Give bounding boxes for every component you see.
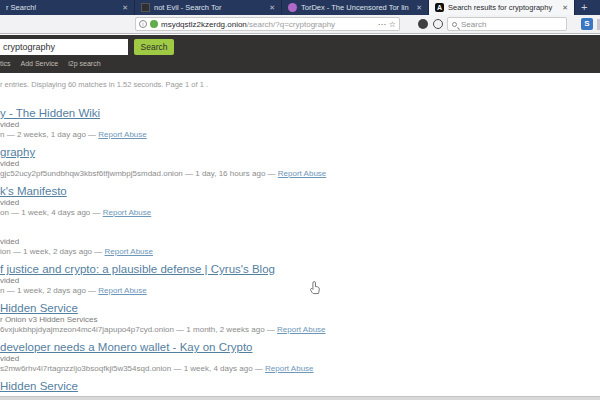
tab-bar: r Search! ✕ not Evil - Search Tor ✕ TorD… [0, 0, 600, 15]
search-results: r entries. Displaying 60 matches in 1.52… [0, 80, 600, 398]
results-stats: r entries. Displaying 60 matches in 1.52… [0, 80, 600, 90]
search-result: vided ion — 1 week, 2 days ago — Report … [0, 223, 600, 257]
result-title-link[interactable]: y - The Hidden Wiki [0, 106, 600, 120]
result-title-link[interactable]: developer needs a Monero wallet - Kay on… [0, 340, 600, 354]
result-url-line: s2mw6rhv4i7rtagnzzljo3bsoqfkji5w354sqd.o… [0, 364, 600, 374]
ahmia-header: Search ticsAdd Servicei2p search [0, 35, 600, 73]
result-description: vided [0, 237, 600, 247]
site-info-icon[interactable]: i [139, 20, 147, 28]
result-description: vided [0, 198, 600, 208]
result-url-line: gjc52ucy2pf5undbhqw3kbsf6tfjwmbpj5smdad.… [0, 169, 600, 179]
url-domain: msydqstlz2kzerdg.onion [161, 20, 247, 29]
search-result: Hidden Service r Onion v3 Hidden Service… [0, 301, 600, 335]
tab-close-icon[interactable]: ✕ [269, 4, 275, 12]
browser-tab[interactable]: not Evil - Search Tor ✕ [135, 0, 282, 15]
search-result: graphy vided gjc52ucy2pf5undbhqw3kbsf6tf… [0, 145, 600, 179]
new-tab-button[interactable]: + [575, 0, 593, 15]
noscript-extension-icon[interactable]: S [581, 18, 593, 30]
url-path: /search/?q=cryptography [247, 20, 335, 29]
result-url-line: n — 2 weeks, 1 day ago — Report Abuse [0, 130, 600, 140]
search-result: developer needs a Monero wallet - Kay on… [0, 340, 600, 374]
result-title-link[interactable]: k's Manifesto [0, 184, 600, 198]
url-text: msydqstlz2kzerdg.onion/search/?q=cryptog… [161, 20, 375, 29]
header-nav-link[interactable]: tics [0, 60, 11, 67]
report-abuse-link[interactable]: Report Abuse [277, 325, 325, 334]
page-actions-icon[interactable]: ⋯ [378, 20, 386, 29]
tab-title: r Search! [6, 3, 116, 12]
search-result: y - The Hidden Wiki vided n — 2 weeks, 1… [0, 106, 600, 140]
report-abuse-link[interactable]: Report Abuse [265, 364, 313, 373]
result-url-text: s2mw6rhv4i7rtagnzzljo3bsoqfkji5w354sqd.o… [0, 364, 265, 373]
query-input[interactable] [0, 39, 128, 55]
search-icon [452, 22, 457, 27]
result-description: vided [0, 276, 600, 286]
tab-title: not Evil - Search Tor [154, 3, 263, 12]
browser-tab[interactable]: r Search! ✕ [0, 0, 135, 15]
bottom-band [0, 396, 600, 400]
report-abuse-link[interactable]: Report Abuse [98, 286, 146, 295]
tab-title: TorDex - The Uncensored Tor lin [301, 3, 410, 12]
navigation-toolbar: i msydqstlz2kzerdg.onion/search/?q=crypt… [0, 15, 600, 34]
result-title-link[interactable] [0, 223, 600, 237]
tab-favicon: A [435, 3, 444, 12]
tab-close-icon[interactable]: ✕ [122, 4, 128, 12]
search-placeholder: Search [461, 20, 486, 29]
onion-circuit-icon[interactable] [150, 20, 158, 28]
search-result: k's Manifesto vided on — 1 week, 4 days … [0, 184, 600, 218]
result-url-text: 6vxjukbhpjdyajmzeon4mc4i7japupo4p7cyd.on… [0, 325, 277, 334]
tab-close-icon[interactable]: ✕ [562, 4, 568, 12]
result-url-line: n — 1 week, 2 days ago — Report Abuse [0, 286, 600, 296]
tab-favicon [141, 3, 150, 12]
tab-title: Search results for cryptography [448, 3, 556, 12]
report-abuse-link[interactable]: Report Abuse [98, 130, 146, 139]
report-abuse-link[interactable]: Report Abuse [278, 169, 326, 178]
search-button[interactable]: Search [134, 39, 174, 55]
header-nav-link[interactable]: i2p search [68, 60, 100, 67]
result-title-link[interactable]: Hidden Service [0, 379, 600, 393]
mouse-cursor [310, 281, 321, 296]
result-description: vided [0, 159, 600, 169]
result-url-line: on — 1 week, 4 days ago — Report Abuse [0, 208, 600, 218]
torbutton-icon[interactable] [418, 19, 428, 29]
report-abuse-link[interactable]: Report Abuse [103, 208, 151, 217]
result-url-text: n — 2 weeks, 1 day ago — [0, 130, 98, 139]
tab-favicon [288, 3, 297, 12]
report-abuse-link[interactable]: Report Abuse [105, 247, 153, 256]
search-result: f justice and crypto: a plausible defens… [0, 262, 600, 296]
result-url-text: ion — 1 week, 2 days ago — [0, 247, 105, 256]
result-description: r Onion v3 Hidden Services [0, 315, 600, 325]
tab-close-icon[interactable]: ✕ [416, 4, 422, 12]
browser-tab[interactable]: TorDex - The Uncensored Tor lin ✕ [282, 0, 429, 15]
result-title-link[interactable]: graphy [0, 145, 600, 159]
result-url-text: on — 1 week, 4 days ago — [0, 208, 103, 217]
header-nav-link[interactable]: Add Service [21, 60, 59, 67]
browser-search-field[interactable]: Search [447, 17, 567, 31]
result-url-line: 6vxjukbhpjdyajmzeon4mc4i7japupo4p7cyd.on… [0, 325, 600, 335]
bookmark-star-icon[interactable]: ☆ [389, 20, 396, 29]
header-nav: ticsAdd Servicei2p search [0, 60, 101, 67]
result-title-link[interactable]: Hidden Service [0, 301, 600, 315]
search-result: Hidden Service [0, 379, 600, 393]
result-description: vided [0, 354, 600, 364]
browser-tab[interactable]: A Search results for cryptography ✕ [429, 0, 575, 15]
result-url-text: gjc52ucy2pf5undbhqw3kbsf6tfjwmbpj5smdad.… [0, 169, 278, 178]
result-description: vided [0, 120, 600, 130]
url-bar[interactable]: i msydqstlz2kzerdg.onion/search/?q=crypt… [135, 17, 400, 31]
noscript-options-icon[interactable] [433, 19, 443, 29]
result-url-line: ion — 1 week, 2 days ago — Report Abuse [0, 247, 600, 257]
result-title-link[interactable]: f justice and crypto: a plausible defens… [0, 262, 600, 276]
result-url-text: n — 1 week, 2 days ago — [0, 286, 98, 295]
